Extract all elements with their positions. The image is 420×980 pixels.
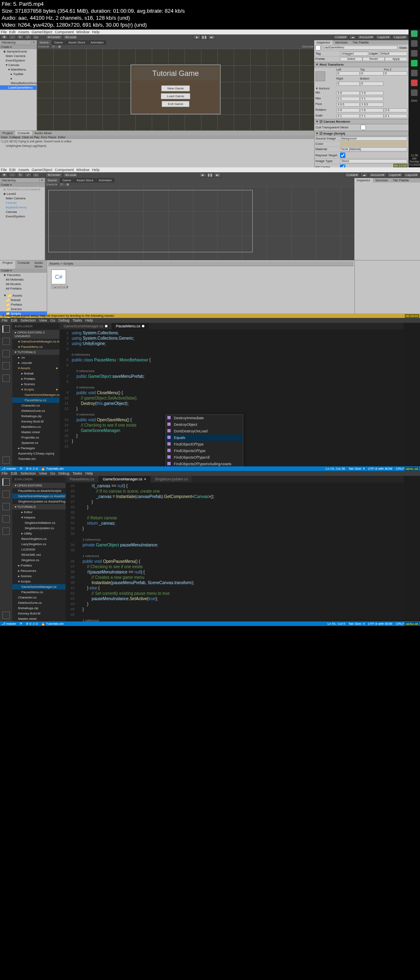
project-folders[interactable]: Project Console Audio Mixer Create ▾ ★ F… bbox=[0, 260, 47, 313]
status-bar[interactable]: ⎇ master ⟳⊘ 0 ⚠ 0 🔥 Tutorials.sln Ln 15,… bbox=[0, 466, 420, 471]
editor-tab[interactable]: GameSceneManager.cs bbox=[59, 323, 112, 329]
hierarchy-tab[interactable]: Hierarchy bbox=[2, 41, 16, 44]
hierarchy-item[interactable]: ▸ MenuButtonsGroup bbox=[0, 76, 37, 85]
console-message[interactable]: ⓘ [11:38:31] Trying to exit game. Doesn'… bbox=[0, 139, 314, 144]
unity-toolbar[interactable]: ✥ ↔ ↻ ⤢ ▭ ⊕ Center ⊛ Local ▶ ❚❚ ▶| Colla… bbox=[0, 172, 420, 178]
pause-button[interactable]: ❚❚ bbox=[201, 35, 208, 39]
editor-tab-active[interactable]: GameSceneManager.cs × bbox=[99, 476, 151, 482]
collab-button[interactable]: Collab ▾ bbox=[333, 35, 348, 39]
canvas-renderer-header[interactable]: ▼ ☑ Canvas Renderer bbox=[314, 119, 409, 124]
hierarchy-item[interactable]: ▾ Canvas bbox=[0, 63, 37, 67]
clock[interactable]: 11:38 AM Sunday 7/1/2018 bbox=[409, 154, 420, 167]
scene-root-unloaded[interactable]: ◈ MainMenu (not loaded) bbox=[0, 187, 45, 192]
hierarchy-item-selected[interactable]: LoadGameMenu bbox=[0, 85, 37, 90]
cloud-icon[interactable]: ☁ bbox=[349, 35, 356, 39]
gameobject-name-field[interactable]: LoadGameMenu bbox=[322, 46, 397, 50]
play-button[interactable]: ▶ bbox=[199, 173, 206, 177]
minimap[interactable] bbox=[404, 476, 420, 621]
inspector-panel[interactable]: Inspector Services Tile Palette LoadGame… bbox=[314, 40, 409, 130]
layers-button[interactable]: Layers ▾ bbox=[376, 35, 391, 39]
extensions-icon[interactable] bbox=[2, 528, 10, 535]
unity-toolbar[interactable]: ✥ ↔ ↻ ⤢ ▭ ⊕ Center ⊛ Local ▶ ❚❚ ▶| Colla… bbox=[0, 34, 409, 40]
vscode-menubar[interactable]: FileEditSelectionViewGoDebugTasksHelp bbox=[0, 318, 420, 323]
scene-view-panel[interactable]: Scene Game Asset Store Animator Shaded ▾… bbox=[37, 40, 314, 130]
pivot-center-button[interactable]: ⊕ Center bbox=[46, 35, 62, 39]
hierarchy-item[interactable]: ▸ TopBar bbox=[0, 72, 37, 76]
taskbar-icon[interactable] bbox=[411, 40, 418, 47]
step-button[interactable]: ▶| bbox=[208, 35, 215, 39]
hierarchy-item[interactable]: Canvas bbox=[0, 210, 45, 214]
inspector-tab[interactable]: Inspector bbox=[314, 40, 333, 45]
git-branch[interactable]: ⎇ master bbox=[2, 467, 16, 471]
hierarchy-item[interactable]: BigBadEnemy bbox=[0, 205, 45, 210]
console-panel[interactable]: Project Console Audio Mixer Clear Collap… bbox=[0, 131, 314, 167]
hand-tool-icon[interactable]: ✥ bbox=[1, 173, 8, 177]
scene-root[interactable]: ◈ Level1 bbox=[0, 192, 45, 196]
hierarchy-item[interactable]: Main Camera bbox=[0, 54, 37, 58]
step-button[interactable]: ▶| bbox=[214, 173, 221, 177]
assets-grid[interactable]: Assets > Scripts C# GameScene bbox=[47, 260, 354, 313]
taskbar-icon[interactable] bbox=[411, 80, 418, 86]
gear-icon[interactable] bbox=[2, 612, 10, 619]
git-icon[interactable] bbox=[2, 350, 10, 357]
search-icon[interactable] bbox=[2, 491, 10, 498]
account-button[interactable]: Account ▾ bbox=[357, 35, 375, 39]
taskbar-icon[interactable]: ♪ bbox=[411, 30, 418, 37]
asset-store-tab[interactable]: Asset Store bbox=[66, 40, 87, 45]
active-checkbox[interactable] bbox=[315, 45, 321, 50]
console-tab[interactable]: Console bbox=[15, 131, 32, 135]
minimap[interactable] bbox=[404, 323, 420, 466]
hierarchy-panel[interactable]: Hierarchy⋮≡ Create ▾ ◈ SampleScene Main … bbox=[0, 40, 37, 130]
warning-bar[interactable]: ⚠ Your multi-scene setup may be improved… bbox=[0, 313, 420, 318]
hierarchy-item[interactable]: Main Camera bbox=[0, 196, 45, 201]
editor-area[interactable]: PauseMenu.cs GameSceneManager.cs × Singl… bbox=[66, 476, 404, 621]
rect-transform-header[interactable]: ▼ Rect Transform bbox=[314, 62, 409, 67]
activity-bar[interactable] bbox=[0, 323, 12, 466]
breadcrumb[interactable]: Assets > Scripts bbox=[48, 261, 354, 266]
debug-icon[interactable] bbox=[2, 515, 10, 523]
pause-button[interactable]: ❚❚ bbox=[206, 173, 214, 177]
explorer-sidebar[interactable]: EXPLORER ▸ OPEN EDITORS 2 UNSAVED ● Game… bbox=[12, 323, 59, 466]
game-tab[interactable]: Game bbox=[52, 40, 66, 45]
search-icon[interactable] bbox=[2, 338, 10, 345]
editor-tab-active[interactable]: PauseMenu.cs bbox=[112, 323, 149, 329]
taskbar-icon[interactable] bbox=[411, 70, 418, 76]
exit-game-button[interactable]: Exit Game bbox=[162, 101, 189, 107]
move-tool-icon[interactable]: ↔ bbox=[9, 35, 16, 39]
hierarchy-item[interactable]: EventSystem bbox=[0, 214, 45, 219]
editor-tab[interactable]: PauseMenu.cs bbox=[66, 476, 99, 482]
move-tool-icon[interactable]: ↔ bbox=[9, 173, 16, 177]
scene-tab[interactable]: Scene bbox=[37, 40, 51, 45]
git-icon[interactable] bbox=[2, 503, 10, 510]
audio-mixer-tab[interactable]: Audio Mixer bbox=[32, 131, 54, 135]
editor-tab[interactable]: SingletonUpdater.cs bbox=[151, 476, 192, 482]
services-tab[interactable]: Services bbox=[333, 40, 350, 45]
extensions-icon[interactable] bbox=[2, 375, 10, 382]
load-game-button[interactable]: Load Game bbox=[161, 93, 190, 99]
taskbar-icon[interactable] bbox=[411, 60, 418, 66]
project-indicator[interactable]: 🔥 Tutorials.sln bbox=[41, 467, 64, 471]
rotate-tool-icon[interactable]: ↻ bbox=[17, 35, 24, 39]
taskbar-icon[interactable] bbox=[411, 50, 418, 57]
panel-menu-icon[interactable]: ⋮≡ bbox=[30, 41, 35, 44]
hierarchy-panel[interactable]: Hierarchy⋮≡ Create ▾ ◈ MainMenu (not loa… bbox=[0, 178, 45, 260]
files-icon[interactable] bbox=[2, 325, 10, 333]
explorer-sidebar[interactable]: EXPLORER ▾ OPEN EDITORS PauseMenu.cs Ass… bbox=[12, 476, 66, 621]
hand-tool-icon[interactable]: ✥ bbox=[1, 35, 8, 39]
hierarchy-item[interactable]: Fireball bbox=[0, 201, 45, 205]
hierarchy-item[interactable]: ▾ MainMenu bbox=[0, 67, 37, 72]
scene-root[interactable]: ◈ SampleScene bbox=[0, 49, 37, 54]
intellisense-popup[interactable]: DestroyImmediate DestroyObject DontDestr… bbox=[165, 414, 243, 466]
editor-area[interactable]: GameSceneManager.cs PauseMenu.cs 1using … bbox=[59, 323, 404, 466]
code-editor[interactable]: 1using System.Collections; 2using System… bbox=[59, 329, 404, 466]
taskbar-icon[interactable] bbox=[411, 89, 418, 96]
rect-tool-icon[interactable]: ▭ bbox=[32, 173, 40, 177]
code-editor[interactable]: 24 if(_canvas == null) { 25 // If no can… bbox=[66, 482, 404, 621]
script-file[interactable]: C# GameScene bbox=[51, 270, 68, 289]
layout-button[interactable]: Layout ▾ bbox=[392, 35, 408, 39]
scale-tool-icon[interactable]: ⤢ bbox=[25, 173, 32, 177]
debug-icon[interactable] bbox=[2, 362, 10, 370]
project-tab[interactable]: Project bbox=[0, 131, 15, 135]
play-button[interactable]: ▶ bbox=[193, 35, 201, 39]
rotate-tool-icon[interactable]: ↻ bbox=[17, 173, 24, 177]
